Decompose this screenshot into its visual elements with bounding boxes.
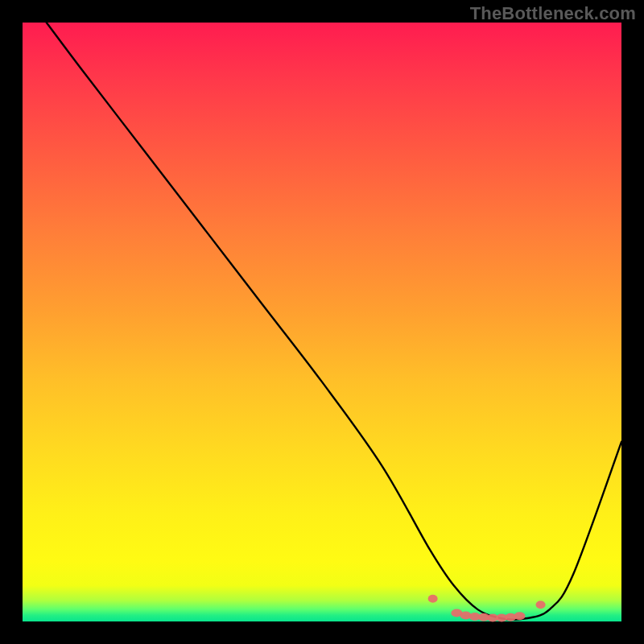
watermark-text: TheBottleneck.com [470, 3, 636, 24]
bottleneck-curve-line [47, 23, 621, 620]
highlight-dot [428, 595, 438, 603]
highlight-dot [514, 612, 526, 620]
curve-layer [23, 23, 621, 621]
highlight-dot [536, 601, 546, 609]
chart-root: TheBottleneck.com [0, 0, 644, 644]
plot-area [23, 23, 621, 621]
